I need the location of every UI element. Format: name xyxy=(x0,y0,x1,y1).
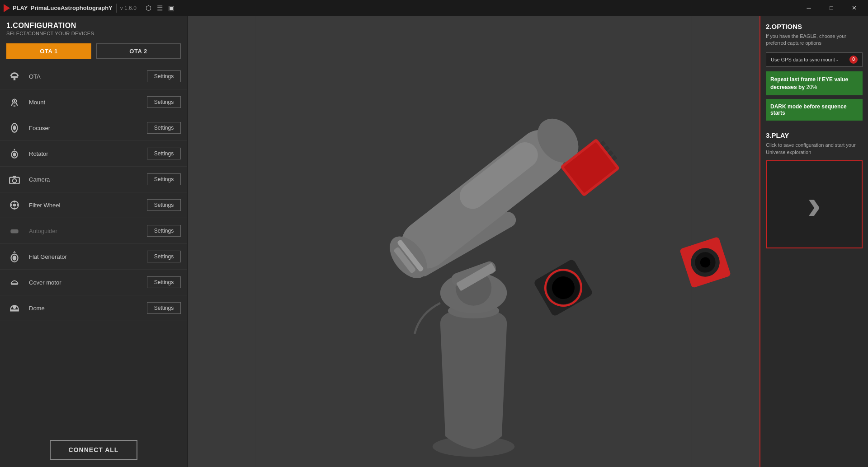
connect-all-button[interactable]: CONNECT ALL xyxy=(50,440,138,460)
titlebar: PLAY PrimaLuceAstrophotographY v 1.6.0 ⬡… xyxy=(0,0,868,16)
flatgen-label: Flat Generator xyxy=(23,253,147,260)
ota1-tab[interactable]: OTA 1 xyxy=(6,43,91,59)
svg-point-11 xyxy=(13,204,16,207)
logo-triangle xyxy=(4,4,10,12)
app-version: v 1.6.0 xyxy=(120,5,137,11)
ota2-tab[interactable]: OTA 2 xyxy=(96,43,181,59)
filterwheel-settings-btn[interactable]: Settings xyxy=(147,199,181,211)
titlebar-icons: ⬡ ☰ ▣ xyxy=(146,4,175,12)
svg-rect-1 xyxy=(14,78,15,80)
device-row-flatgen: Flat Generator Settings xyxy=(0,244,187,270)
svg-rect-19 xyxy=(11,283,18,285)
device-row-autoguider: Autoguider Settings xyxy=(0,218,187,244)
mount-label: Mount xyxy=(23,99,147,106)
dome-settings-btn[interactable]: Settings xyxy=(147,302,181,314)
save-icon[interactable]: ▣ xyxy=(168,4,175,12)
right-panel: 2.OPTIONS If you have the EAGLE, choose … xyxy=(760,16,868,467)
svg-point-9 xyxy=(13,179,17,183)
rotator-label: Rotator xyxy=(23,150,147,157)
config-title: 1.CONFIGURATION xyxy=(6,22,181,30)
config-subtitle: SELECT/CONNECT YOUR DEVICES xyxy=(6,31,181,36)
close-button[interactable]: ✕ xyxy=(844,1,864,15)
covermotor-label: Cover motor xyxy=(23,279,147,286)
svg-point-13 xyxy=(17,204,19,206)
device-row-ota: OTA Settings xyxy=(0,64,187,89)
maximize-button[interactable]: □ xyxy=(821,1,842,15)
dome-label: Dome xyxy=(23,305,147,312)
device-row-dome: Dome Settings xyxy=(0,295,187,321)
minimize-button[interactable]: ─ xyxy=(798,1,819,15)
app-name: PrimaLuceAstrophotographY xyxy=(30,5,112,11)
ota-icon xyxy=(6,68,23,84)
repeat-frame-button[interactable]: Repeat last frame if EYE value decreases… xyxy=(766,71,863,96)
svg-rect-20 xyxy=(10,310,19,311)
options-title: 2.OPTIONS xyxy=(766,23,863,30)
ota-settings-btn[interactable]: Settings xyxy=(147,70,181,82)
camera-settings-btn[interactable]: Settings xyxy=(147,173,181,185)
device-row-rotator: Rotator Settings xyxy=(0,141,187,167)
camera-label: Camera xyxy=(23,176,147,183)
svg-rect-0 xyxy=(11,76,18,78)
svg-point-14 xyxy=(14,207,15,209)
center-panel xyxy=(188,16,760,467)
svg-point-18 xyxy=(13,256,17,261)
covermotor-settings-btn[interactable]: Settings xyxy=(147,276,181,288)
play-chevron-icon: › xyxy=(807,184,821,225)
svg-point-5 xyxy=(13,126,16,131)
focuser-settings-btn[interactable]: Settings xyxy=(147,122,181,134)
device-row-mount: Mount Settings xyxy=(0,89,187,115)
main-layout: 1.CONFIGURATION SELECT/CONNECT YOUR DEVI… xyxy=(0,16,868,467)
svg-point-3 xyxy=(14,100,15,102)
device-row-filterwheel: Filter Wheel Settings xyxy=(0,192,187,218)
play-section: 3.PLAY Click to save configuration and s… xyxy=(766,131,863,248)
app-logo: PLAY PrimaLuceAstrophotographY xyxy=(4,4,113,12)
autoguider-settings-btn[interactable]: Settings xyxy=(147,225,181,237)
eye-value: 20% xyxy=(806,84,817,90)
gps-row: Use GPS data to sync mount - 0 xyxy=(766,52,863,67)
autoguider-icon xyxy=(6,223,23,239)
svg-point-21 xyxy=(13,305,16,309)
svg-point-15 xyxy=(10,204,12,206)
play-button[interactable]: › xyxy=(766,160,863,248)
svg-rect-16 xyxy=(10,229,18,234)
device-row-camera: Camera Settings xyxy=(0,167,187,192)
svg-point-12 xyxy=(14,201,15,202)
dome-icon xyxy=(6,300,23,316)
autoguider-label: Autoguider xyxy=(23,228,147,234)
window-controls: ─ □ ✕ xyxy=(798,1,864,15)
device-row-focuser: Focuser Settings xyxy=(0,115,187,141)
play-title: 3.PLAY xyxy=(766,131,863,139)
focuser-label: Focuser xyxy=(23,125,147,131)
left-panel: 1.CONFIGURATION SELECT/CONNECT YOUR DEVI… xyxy=(0,16,188,467)
rotator-settings-btn[interactable]: Settings xyxy=(147,148,181,159)
play-desc: Click to save configuration and start yo… xyxy=(766,142,863,156)
connect-all-area: CONNECT ALL xyxy=(0,433,187,467)
flatgen-icon xyxy=(6,248,23,265)
device-list: OTA Settings Mount Settings Focuser Sett… xyxy=(0,64,187,433)
titlebar-separator xyxy=(116,4,117,13)
ota-tabs: OTA 1 OTA 2 xyxy=(0,40,187,64)
filterwheel-label: Filter Wheel xyxy=(23,202,147,209)
covermotor-icon xyxy=(6,274,23,290)
dark-mode-button[interactable]: DARK mode before sequence starts xyxy=(766,99,863,121)
filterwheel-icon xyxy=(6,197,23,213)
rotator-icon xyxy=(6,145,23,162)
svg-point-7 xyxy=(13,153,16,157)
gps-status-icon: 0 xyxy=(849,56,858,64)
left-panel-header: 1.CONFIGURATION SELECT/CONNECT YOUR DEVI… xyxy=(0,16,187,40)
mount-icon xyxy=(6,94,23,110)
device-row-covermotor: Cover motor Settings xyxy=(0,270,187,295)
gps-label: Use GPS data to sync mount - xyxy=(771,57,849,62)
flatgen-settings-btn[interactable]: Settings xyxy=(147,251,181,262)
cursor-icon[interactable]: ⬡ xyxy=(146,4,151,12)
telescope-visualization xyxy=(188,16,760,467)
mount-settings-btn[interactable]: Settings xyxy=(147,96,181,108)
sliders-icon[interactable]: ☰ xyxy=(157,4,163,12)
app-prefix: PLAY xyxy=(13,5,28,11)
options-desc: If you have the EAGLE, choose your prefe… xyxy=(766,33,863,47)
focuser-icon xyxy=(6,120,23,136)
ota-label: OTA xyxy=(23,73,147,80)
camera-icon xyxy=(6,171,23,187)
